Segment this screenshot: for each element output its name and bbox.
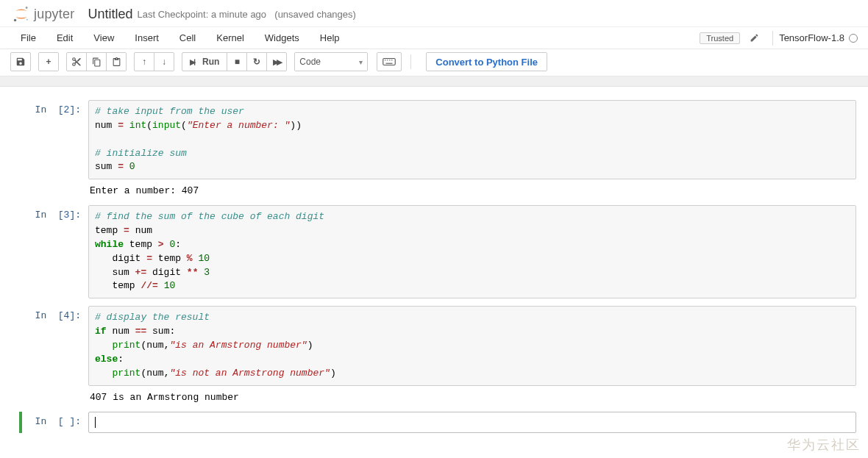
svg-point-2 (26, 19, 28, 21)
menu-help[interactable]: Help (310, 28, 350, 48)
restart-icon: ↻ (253, 57, 260, 67)
arrow-down-icon: ↓ (162, 57, 166, 67)
code-cell[interactable]: In [3]:# find the sum of the cube of eac… (7, 205, 861, 298)
move-down-button[interactable]: ↓ (154, 52, 174, 71)
code-input[interactable]: # display the result if num == sum: prin… (88, 306, 856, 385)
notebook-title[interactable]: Untitled (88, 7, 132, 22)
code-input[interactable] (88, 412, 856, 433)
copy-icon (92, 57, 102, 67)
stop-icon: ■ (235, 57, 240, 67)
arrow-up-icon: ↑ (142, 57, 146, 67)
restart-run-all-button[interactable]: ▶▶ (266, 52, 287, 71)
kernel-indicator-icon[interactable] (849, 34, 858, 43)
header-bar: jupyter Untitled Last Checkpoint: a minu… (0, 0, 868, 27)
keyboard-icon (383, 57, 396, 66)
restart-button[interactable]: ↻ (246, 52, 267, 71)
run-label: Run (202, 57, 219, 67)
toolbar-divider (410, 54, 411, 69)
code-input[interactable]: # take input from the user num = int(inp… (88, 100, 856, 179)
code-cell[interactable]: In [ ]: (19, 412, 861, 433)
output-text: 407 is an Armstrong number (88, 386, 856, 404)
jupyter-icon (12, 4, 31, 24)
output-text: Enter a number: 407 (88, 179, 856, 198)
plus-icon: + (46, 57, 51, 67)
input-prompt: In [ ]: (22, 412, 88, 433)
code-cell[interactable]: In [2]:# take input from the user num = … (7, 100, 861, 198)
menu-edit[interactable]: Edit (46, 28, 83, 48)
menu-insert[interactable]: Insert (124, 28, 169, 48)
copy-button[interactable] (86, 52, 107, 71)
jupyter-logo[interactable]: jupyter (12, 4, 74, 24)
unsaved-text: (unsaved changes) (274, 9, 356, 20)
code-input[interactable]: # find the sum of the cube of each digit… (88, 205, 856, 298)
svg-point-1 (14, 19, 16, 21)
checkpoint-text: Last Checkpoint: a minute ago (137, 9, 266, 20)
menu-file[interactable]: File (10, 28, 46, 48)
run-button[interactable]: ▶▎ Run (182, 52, 227, 71)
paste-icon (112, 57, 121, 67)
save-button[interactable] (10, 52, 31, 71)
logo-text: jupyter (34, 7, 74, 22)
save-icon (15, 57, 26, 67)
cut-button[interactable] (66, 52, 87, 71)
chevron-down-icon: ▾ (359, 58, 363, 66)
menu-cell[interactable]: Cell (169, 28, 206, 48)
notebook-container: In [2]:# take input from the user num = … (0, 87, 868, 458)
kernel-name[interactable]: TensorFlow-1.8 (779, 32, 844, 43)
cut-icon (71, 57, 82, 67)
menu-widgets[interactable]: Widgets (255, 28, 310, 48)
svg-point-0 (26, 7, 28, 9)
cursor (95, 417, 96, 428)
cell-content: # find the sum of the cube of each digit… (88, 205, 856, 298)
input-prompt: In [2]: (15, 100, 88, 198)
add-cell-button[interactable]: + (38, 52, 59, 71)
menu-view[interactable]: View (83, 28, 124, 48)
menu-bar: FileEditViewInsertCellKernelWidgetsHelp … (0, 27, 868, 49)
toolbar: + ↑ ↓ ▶▎ Run ■ ↻ ▶▶ Code ▾ (0, 49, 868, 76)
input-prompt: In [4]: (15, 306, 88, 404)
divider (772, 31, 773, 46)
svg-rect-3 (383, 59, 396, 65)
code-cell[interactable]: In [4]:# display the result if num == su… (7, 306, 861, 404)
gap-band (0, 76, 868, 87)
fast-forward-icon: ▶▶ (273, 57, 280, 67)
cell-content (88, 412, 856, 433)
cell-content: # take input from the user num = int(inp… (88, 100, 856, 198)
input-prompt: In [3]: (15, 205, 88, 298)
command-palette-button[interactable] (377, 52, 402, 71)
trusted-badge[interactable]: Trusted (700, 32, 740, 44)
move-up-button[interactable]: ↑ (134, 52, 154, 71)
cell-content: # display the result if num == sum: prin… (88, 306, 856, 404)
stop-button[interactable]: ■ (227, 52, 247, 71)
menu-kernel[interactable]: Kernel (206, 28, 255, 48)
edit-icon[interactable] (746, 30, 762, 46)
cell-type-value: Code (299, 57, 321, 67)
convert-label: Convert to Python File (435, 57, 538, 68)
paste-button[interactable] (106, 52, 127, 71)
convert-to-python-button[interactable]: Convert to Python File (426, 52, 547, 71)
cell-type-select[interactable]: Code ▾ (294, 52, 368, 71)
